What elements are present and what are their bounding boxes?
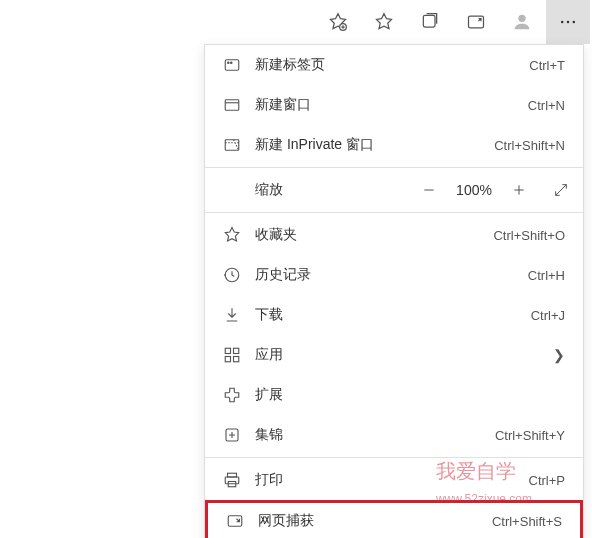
favorites-icon <box>374 12 394 32</box>
minus-icon <box>421 182 437 198</box>
menu-label: 打印 <box>255 471 529 489</box>
svg-rect-13 <box>225 348 230 353</box>
menu-shortcut: Ctrl+J <box>531 308 565 323</box>
menu-separator <box>205 457 583 458</box>
collections-icon <box>223 426 241 444</box>
menu-item-apps[interactable]: 应用 ❯ <box>205 335 583 375</box>
menu-item-new-inprivate[interactable]: 新建 InPrivate 窗口 Ctrl+Shift+N <box>205 125 583 165</box>
menu-shortcut: Ctrl+T <box>529 58 565 73</box>
svg-point-6 <box>573 21 576 24</box>
chevron-right-icon: ❯ <box>553 347 565 363</box>
menu-item-favorites[interactable]: 收藏夹 Ctrl+Shift+O <box>205 215 583 255</box>
zoom-out-button[interactable] <box>409 170 449 210</box>
more-icon <box>558 12 578 32</box>
svg-rect-2 <box>469 16 484 28</box>
capture-icon <box>226 512 244 530</box>
menu-label: 应用 <box>255 346 553 364</box>
menu-item-history[interactable]: 历史记录 Ctrl+H <box>205 255 583 295</box>
menu-label: 新建窗口 <box>255 96 528 114</box>
more-button[interactable] <box>546 0 590 44</box>
svg-point-4 <box>561 21 564 24</box>
settings-menu: 新建标签页 Ctrl+T 新建窗口 Ctrl+N 新建 InPrivate 窗口… <box>204 44 584 538</box>
capture-button[interactable] <box>454 0 498 44</box>
svg-point-5 <box>567 21 570 24</box>
menu-shortcut: Ctrl+Shift+S <box>492 514 562 529</box>
menu-label: 扩展 <box>255 386 565 404</box>
profile-icon <box>511 11 533 33</box>
zoom-label: 缩放 <box>255 181 409 199</box>
collections-icon <box>420 12 440 32</box>
svg-rect-14 <box>234 348 239 353</box>
menu-label: 网页捕获 <box>258 512 492 530</box>
svg-rect-16 <box>234 357 239 362</box>
svg-rect-1 <box>423 15 435 27</box>
zoom-row: 缩放 100% <box>205 170 583 210</box>
profile-button[interactable] <box>500 0 544 44</box>
zoom-value: 100% <box>449 182 499 198</box>
apps-icon <box>223 346 241 364</box>
menu-label: 新建标签页 <box>255 56 529 74</box>
menu-item-collections[interactable]: 集锦 Ctrl+Shift+Y <box>205 415 583 455</box>
add-favorite-button[interactable] <box>316 0 360 44</box>
menu-shortcut: Ctrl+Shift+N <box>494 138 565 153</box>
menu-shortcut: Ctrl+H <box>528 268 565 283</box>
menu-item-web-capture[interactable]: 网页捕获 Ctrl+Shift+S <box>205 500 583 538</box>
menu-separator <box>205 212 583 213</box>
svg-rect-15 <box>225 357 230 362</box>
menu-shortcut: Ctrl+P <box>529 473 565 488</box>
capture-icon <box>466 12 486 32</box>
tab-icon <box>223 56 241 74</box>
extensions-icon <box>223 386 241 404</box>
print-icon <box>223 471 241 489</box>
svg-point-3 <box>518 15 525 22</box>
svg-point-8 <box>228 62 230 64</box>
svg-rect-10 <box>225 100 239 111</box>
menu-label: 新建 InPrivate 窗口 <box>255 136 494 154</box>
star-icon <box>223 226 241 244</box>
menu-label: 集锦 <box>255 426 495 444</box>
fullscreen-icon <box>553 182 569 198</box>
fullscreen-button[interactable] <box>539 170 583 210</box>
inprivate-icon <box>223 136 241 154</box>
menu-shortcut: Ctrl+Shift+O <box>493 228 565 243</box>
favorites-button[interactable] <box>362 0 406 44</box>
window-icon <box>223 96 241 114</box>
download-icon <box>223 306 241 324</box>
menu-item-new-tab[interactable]: 新建标签页 Ctrl+T <box>205 45 583 85</box>
svg-rect-19 <box>225 477 239 484</box>
zoom-in-button[interactable] <box>499 170 539 210</box>
menu-item-extensions[interactable]: 扩展 <box>205 375 583 415</box>
menu-shortcut: Ctrl+Shift+Y <box>495 428 565 443</box>
menu-separator <box>205 167 583 168</box>
plus-icon <box>511 182 527 198</box>
add-favorite-icon <box>328 12 348 32</box>
menu-item-downloads[interactable]: 下载 Ctrl+J <box>205 295 583 335</box>
collections-button[interactable] <box>408 0 452 44</box>
history-icon <box>223 266 241 284</box>
toolbar <box>0 0 592 44</box>
menu-shortcut: Ctrl+N <box>528 98 565 113</box>
menu-item-print[interactable]: 打印 Ctrl+P <box>205 460 583 500</box>
menu-label: 收藏夹 <box>255 226 493 244</box>
menu-label: 历史记录 <box>255 266 528 284</box>
menu-label: 下载 <box>255 306 531 324</box>
svg-rect-7 <box>225 60 239 71</box>
menu-item-new-window[interactable]: 新建窗口 Ctrl+N <box>205 85 583 125</box>
svg-point-9 <box>231 62 233 64</box>
